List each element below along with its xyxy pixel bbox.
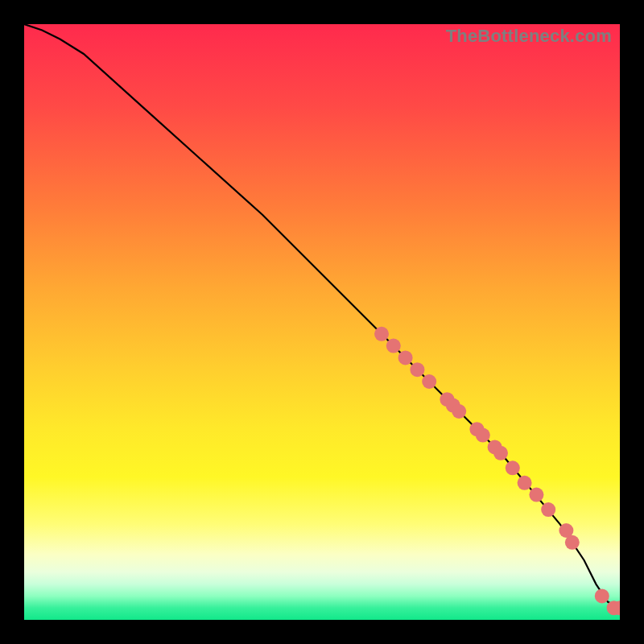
- data-marker: [410, 362, 424, 377]
- data-marker: [452, 404, 466, 419]
- marker-group: [374, 327, 620, 615]
- attribution-label: TheBottleneck.com: [446, 27, 612, 45]
- data-marker: [541, 502, 555, 517]
- data-marker: [529, 488, 543, 502]
- chart-stage: TheBottleneck.com: [0, 0, 644, 644]
- data-marker: [565, 535, 580, 550]
- data-marker: [595, 588, 609, 603]
- data-marker: [518, 476, 532, 490]
- data-marker: [386, 339, 401, 353]
- data-marker: [493, 446, 508, 460]
- data-marker: [374, 327, 389, 341]
- data-marker: [476, 428, 490, 443]
- data-marker: [398, 350, 413, 365]
- data-marker: [422, 374, 436, 389]
- performance-curve: [24, 24, 620, 608]
- data-marker: [506, 460, 520, 475]
- curve-layer: [24, 24, 620, 620]
- plot-area: TheBottleneck.com: [24, 24, 620, 620]
